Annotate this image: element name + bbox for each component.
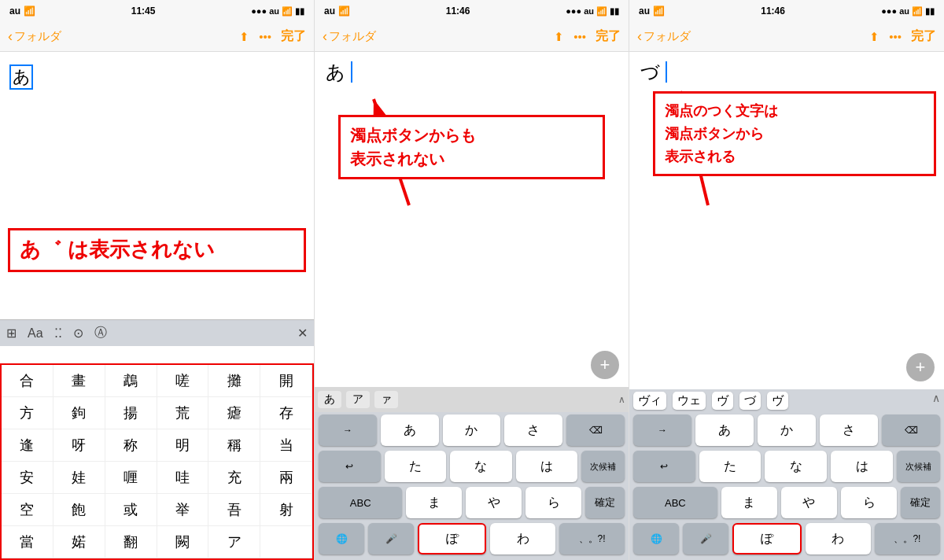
kanji-cell[interactable]: 攤: [208, 365, 260, 397]
toolbar-camera-icon[interactable]: ⊙: [73, 326, 83, 341]
share-icon-2[interactable]: ⬆: [554, 30, 564, 44]
kanji-cell[interactable]: 举: [157, 494, 209, 526]
kb-ta-key[interactable]: た: [385, 451, 447, 482]
kanji-cell[interactable]: 或: [105, 494, 157, 526]
kb-ma-key-3[interactable]: ま: [721, 487, 777, 518]
dk-dzu-key[interactable]: づ: [739, 392, 761, 410]
kanji-cell[interactable]: 空: [2, 494, 53, 526]
share-icon-3[interactable]: ⬆: [869, 30, 879, 44]
kb-globe-key-3[interactable]: 🌐: [633, 523, 679, 554]
plus-button-2[interactable]: +: [591, 351, 619, 379]
kb-a-key-3[interactable]: あ: [695, 414, 754, 446]
kb-arrow-key-3[interactable]: →: [633, 414, 691, 446]
kanji-cell[interactable]: 存: [260, 397, 312, 429]
dk-vu2-key[interactable]: ヴ: [767, 392, 788, 410]
kb-candidates-key-3[interactable]: 次候補: [897, 451, 940, 482]
kanji-cell[interactable]: 荒: [157, 397, 209, 429]
kb-delete-key-3[interactable]: ⌫: [882, 414, 940, 446]
kanji-cell[interactable]: 開: [260, 365, 312, 397]
back-button-1[interactable]: ‹ フォルダ: [8, 28, 61, 45]
toolbar-table-icon[interactable]: ⊞: [6, 326, 17, 341]
kb-confirm-key-3[interactable]: 確定: [901, 487, 940, 518]
candidate-item[interactable]: ァ: [374, 391, 398, 408]
done-button-2[interactable]: 完了: [596, 28, 621, 45]
kanji-cell[interactable]: 呀: [53, 429, 105, 462]
kanji-cell[interactable]: 合: [2, 365, 53, 397]
kb-na-key[interactable]: な: [450, 451, 512, 482]
kb-mic-key-3[interactable]: 🎤: [683, 523, 728, 554]
kb-sa-key[interactable]: さ: [504, 414, 562, 446]
share-icon-1[interactable]: ⬆: [239, 30, 249, 44]
more-icon-3[interactable]: •••: [889, 30, 902, 43]
kanji-cell[interactable]: 當: [2, 526, 53, 558]
done-button-3[interactable]: 完了: [911, 28, 936, 45]
kb-ra-key[interactable]: ら: [525, 487, 581, 518]
kb-abc-key[interactable]: ABC: [319, 487, 402, 518]
done-button-1[interactable]: 完了: [281, 28, 306, 45]
kb-abc-key-3[interactable]: ABC: [633, 487, 717, 518]
kb-return-key-3[interactable]: ↩: [633, 451, 695, 482]
more-icon-2[interactable]: •••: [573, 30, 586, 43]
kanji-cell[interactable]: ア: [208, 526, 260, 558]
candidate-expand-2[interactable]: ∧: [618, 394, 625, 405]
dk-we-key[interactable]: ウェ: [673, 392, 706, 410]
kanji-cell[interactable]: 明: [157, 429, 209, 462]
kanji-cell[interactable]: 瘧: [208, 397, 260, 429]
kanji-cell[interactable]: 射: [260, 494, 312, 526]
kanji-cell[interactable]: 吾: [208, 494, 260, 526]
kb-ta-key-3[interactable]: た: [699, 451, 761, 482]
kb-ra-key-3[interactable]: ら: [841, 487, 897, 518]
kb-ha-key-3[interactable]: は: [831, 451, 893, 482]
kanji-cell[interactable]: 畫: [53, 365, 105, 397]
more-icon-1[interactable]: •••: [259, 30, 271, 43]
kb-dakuten-key-2[interactable]: ぽ: [418, 523, 486, 554]
kanji-cell[interactable]: 喱: [105, 462, 157, 494]
kanji-cell[interactable]: 逢: [2, 429, 53, 462]
back-button-3[interactable]: ‹ フォルダ: [637, 28, 691, 45]
kb-return-key[interactable]: ↩: [319, 451, 381, 482]
kanji-cell[interactable]: 哇: [157, 462, 209, 494]
dk-vi-key[interactable]: ヴィ: [633, 392, 666, 410]
kanji-cell[interactable]: 称: [105, 429, 157, 462]
candidate-expand-3[interactable]: ∧: [932, 392, 940, 410]
kb-ya-key[interactable]: や: [466, 487, 522, 518]
kb-na-key-3[interactable]: な: [765, 451, 827, 482]
kb-ma-key[interactable]: ま: [406, 487, 462, 518]
kb-a-key[interactable]: あ: [381, 414, 439, 446]
kb-wa-key[interactable]: わ: [490, 523, 555, 554]
plus-button-3[interactable]: +: [906, 353, 935, 381]
kanji-cell[interactable]: 鵡: [105, 365, 157, 397]
kanji-cell[interactable]: 安: [2, 462, 53, 494]
kanji-cell[interactable]: 嗟: [157, 365, 209, 397]
kanji-cell[interactable]: 闕: [157, 526, 209, 558]
kb-wa-key-3[interactable]: わ: [806, 523, 871, 554]
kb-confirm-key[interactable]: 確定: [585, 487, 625, 518]
kanji-cell[interactable]: 揚: [105, 397, 157, 429]
candidate-item[interactable]: あ: [318, 391, 341, 408]
dk-vu-key[interactable]: ヴ: [712, 392, 733, 410]
kb-punct-key-3[interactable]: 、。?!: [875, 523, 940, 554]
kanji-cell[interactable]: 鉤: [53, 397, 105, 429]
kb-delete-key[interactable]: ⌫: [566, 414, 625, 446]
kb-globe-key[interactable]: 🌐: [319, 523, 364, 554]
kanji-cell[interactable]: 翻: [105, 526, 157, 558]
candidate-item[interactable]: ア: [346, 391, 370, 408]
kanji-cell[interactable]: [260, 526, 312, 558]
kanji-cell[interactable]: 娃: [53, 462, 105, 494]
kanji-cell[interactable]: 兩: [260, 462, 312, 494]
kb-ka-key-3[interactable]: か: [758, 414, 816, 446]
kb-candidates-key[interactable]: 次候補: [581, 451, 625, 482]
kanji-cell[interactable]: 婼: [53, 526, 105, 558]
kanji-cell[interactable]: 方: [2, 397, 53, 429]
back-button-2[interactable]: ‹ フォルダ: [323, 28, 376, 45]
kanji-cell[interactable]: 当: [260, 429, 312, 462]
kb-ha-key[interactable]: は: [516, 451, 578, 482]
kb-ya-key-3[interactable]: や: [781, 487, 837, 518]
kb-mic-key[interactable]: 🎤: [368, 523, 414, 554]
kb-dakuten-key-3[interactable]: ぽ: [732, 523, 801, 554]
kanji-cell[interactable]: 充: [208, 462, 260, 494]
kanji-cell[interactable]: 飽: [53, 494, 105, 526]
kb-ka-key[interactable]: か: [443, 414, 501, 446]
kb-sa-key-3[interactable]: さ: [820, 414, 878, 446]
toolbar-close-icon[interactable]: ✕: [297, 326, 308, 341]
